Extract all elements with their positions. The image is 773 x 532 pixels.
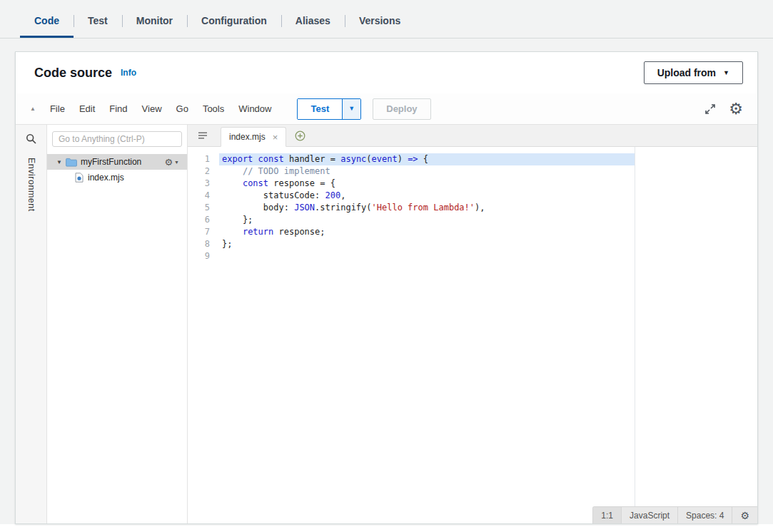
chevron-down-icon: ▼: [348, 106, 355, 112]
disclosure-caret-icon[interactable]: ▼: [56, 159, 62, 165]
code-source-header: Code source Info Upload from ▼: [16, 52, 757, 93]
file-icon: [75, 173, 84, 183]
menu-tools[interactable]: Tools: [196, 99, 231, 118]
menu-window[interactable]: Window: [231, 99, 278, 118]
file-tree-panel: ▼ myFirstFunction ⚙ ▼: [47, 125, 188, 523]
menu-go[interactable]: Go: [169, 99, 196, 118]
chevron-down-icon: ▼: [723, 70, 729, 76]
file-label: index.mjs: [88, 173, 124, 183]
gutter[interactable]: 123456789: [188, 153, 219, 262]
code-textarea[interactable]: 123456789 export const handler = async(e…: [188, 147, 757, 523]
tab-configuration[interactable]: Configuration: [187, 4, 281, 38]
environment-strip: Environment: [16, 125, 47, 523]
cursor-position[interactable]: 1:1: [593, 507, 621, 523]
code-lines: export const handler = async(event) => {…: [219, 153, 485, 262]
tab-versions[interactable]: Versions: [345, 4, 415, 38]
editor-workspace: Environment ▼ myFirstFunction ⚙: [16, 125, 757, 523]
tree-item-folder[interactable]: ▼ myFirstFunction ⚙ ▼: [47, 154, 187, 170]
add-tab-icon[interactable]: [295, 131, 305, 141]
search-icon[interactable]: [16, 125, 46, 153]
tab-code[interactable]: Code: [20, 4, 74, 38]
fullscreen-icon[interactable]: [704, 103, 716, 115]
info-link[interactable]: Info: [121, 68, 136, 78]
goto-anything-row: [47, 125, 187, 153]
tree-item-file[interactable]: index.mjs: [47, 170, 187, 185]
lambda-console-screen: Code Test Monitor Configuration Aliases …: [0, 0, 773, 532]
folder-label: myFirstFunction: [81, 157, 141, 167]
editor-statusbar: 1:1 JavaScript Spaces: 4 ⚙: [592, 506, 757, 523]
editor-menubar: ▲ File Edit Find View Go Tools Window Te…: [16, 93, 757, 125]
editor-tab-index-mjs[interactable]: index.mjs ×: [221, 127, 286, 147]
collapse-pane-icon[interactable]: ▲: [30, 106, 36, 112]
gear-icon: ⚙: [164, 158, 173, 167]
code-editor: index.mjs × 123456789 export const handl…: [188, 125, 757, 523]
menu-view[interactable]: View: [135, 99, 169, 118]
chevron-down-icon: ▼: [174, 160, 179, 165]
deploy-button[interactable]: Deploy: [373, 98, 430, 120]
upload-from-label: Upload from: [657, 67, 716, 78]
menu-find[interactable]: Find: [102, 99, 134, 118]
menu-file[interactable]: File: [43, 99, 72, 118]
tab-list-icon[interactable]: [193, 125, 212, 146]
gear-icon: ⚙: [740, 511, 749, 521]
editor-tab-label: index.mjs: [229, 132, 266, 142]
goto-anything-input[interactable]: [52, 131, 182, 147]
function-tabs-bar: Code Test Monitor Configuration Aliases …: [0, 4, 773, 39]
file-tree: ▼ myFirstFunction ⚙ ▼: [47, 153, 187, 185]
editor-settings-gear-icon[interactable]: ⚙: [729, 101, 743, 117]
environment-tab[interactable]: Environment: [26, 158, 36, 212]
test-dropdown-button[interactable]: ▼: [342, 99, 360, 119]
indentation-setting[interactable]: Spaces: 4: [677, 507, 732, 523]
code-source-panel: Code source Info Upload from ▼ ▲ File Ed…: [15, 51, 758, 524]
tab-aliases[interactable]: Aliases: [281, 4, 345, 38]
language-mode[interactable]: JavaScript: [621, 507, 677, 523]
tab-test[interactable]: Test: [74, 4, 122, 38]
folder-icon: [66, 158, 77, 167]
test-button[interactable]: Test: [298, 99, 342, 119]
statusbar-settings-button[interactable]: ⚙: [732, 507, 757, 523]
editor-tabstrip: index.mjs ×: [188, 125, 757, 147]
tab-monitor[interactable]: Monitor: [122, 4, 187, 38]
page-title: Code source: [34, 66, 112, 81]
upload-from-button[interactable]: Upload from ▼: [644, 61, 743, 84]
close-icon[interactable]: ×: [273, 133, 278, 142]
test-split-button: Test ▼: [297, 98, 361, 120]
tree-settings-button[interactable]: ⚙ ▼: [164, 158, 179, 167]
print-margin-ruler: [635, 147, 635, 523]
menu-edit[interactable]: Edit: [72, 99, 102, 118]
